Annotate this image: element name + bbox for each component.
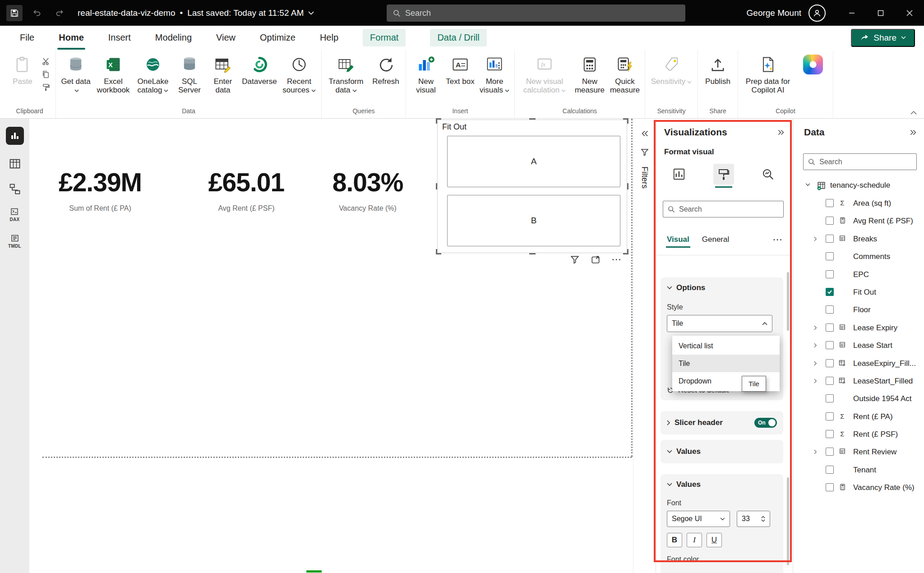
menu-tab-home[interactable]: Home [59,26,84,50]
resize-handle[interactable] [623,118,628,124]
resize-handle[interactable] [436,249,441,254]
sql-server-button[interactable]: SQL Server [173,51,206,95]
field-checkbox[interactable] [826,252,834,260]
new-measure-button[interactable]: New measure [573,51,607,95]
report-canvas[interactable]: £2.39M Sum of Rent (£ PA) £65.01 Avg Ren… [29,119,633,573]
field-checkbox[interactable] [826,448,834,456]
sidebar-item-table-view[interactable] [9,157,21,170]
field-checkbox[interactable] [826,341,834,349]
field-checkbox[interactable] [826,270,834,278]
enter-data-button[interactable]: Enter data [207,51,239,95]
filters-pane-label[interactable]: Filters [640,166,649,189]
style-option-tile[interactable]: Tile [672,355,780,372]
values-card-collapsed[interactable]: Values [661,440,783,463]
expand-filters-icon[interactable] [641,129,649,138]
kpi-card-avg-rent[interactable]: £65.01 Avg Rent (£ PSF) [192,167,300,213]
slicer-header-card[interactable]: Slicer header On [661,411,783,434]
options-card-header[interactable]: Options [667,283,777,292]
document-title[interactable]: real-estate-data-viz-demo • Last saved: … [78,8,314,18]
chevron-right-icon[interactable] [814,379,817,384]
get-data-button[interactable]: Get data [59,51,93,95]
chevron-right-icon[interactable] [814,236,817,241]
menu-tab-file[interactable]: File [20,26,34,50]
field-checkbox[interactable] [826,483,834,491]
build-visual-tab[interactable] [669,164,689,185]
field-row-lease-expiry[interactable]: Lease Expiry [793,319,924,337]
cut-icon[interactable] [42,57,50,65]
copy-icon[interactable] [42,70,50,79]
close-button[interactable] [895,0,924,26]
field-row-floor[interactable]: Floor [793,301,924,319]
fit-out-slicer-visual[interactable]: Fit Out A B [437,120,627,253]
field-row-comments[interactable]: Comments [793,248,924,265]
tab-general[interactable]: General [702,235,729,244]
menu-tab-optimize[interactable]: Optimize [260,26,296,50]
minimize-button[interactable] [837,0,866,26]
transform-data-button[interactable]: Transform data [324,51,368,95]
field-checkbox[interactable] [826,323,834,332]
title-dropdown-chevron-icon[interactable] [308,11,314,15]
field-row-rent-psf[interactable]: Σ Rent (£ PSF) [793,425,924,443]
field-row-rent-review[interactable]: Rent Review [793,443,924,461]
copilot-button[interactable] [796,51,830,74]
slicer-option-b[interactable]: B [447,195,620,246]
field-row-lease-start[interactable]: Lease Start [793,337,924,354]
scrollbar[interactable] [787,272,789,331]
values-card-header[interactable]: Values [667,480,777,489]
data-search-input[interactable]: Search [803,153,917,170]
sidebar-item-report-view[interactable] [6,127,24,145]
share-button[interactable]: Share [851,29,915,47]
field-row-rent-pa[interactable]: Σ Rent (£ PA) [793,408,924,425]
menu-tab-insert[interactable]: Insert [108,26,131,50]
format-painter-icon[interactable] [42,83,50,92]
style-option-vertical-list[interactable]: Vertical list [672,337,780,355]
more-visuals-button[interactable]: More visuals [477,51,512,95]
resize-handle[interactable] [436,118,441,124]
menu-tab-help[interactable]: Help [320,26,338,50]
field-row-epc[interactable]: EPC [793,266,924,283]
prep-data-copilot-button[interactable]: Prep data for Copilot AI [741,51,795,95]
format-search-input[interactable]: Search [663,201,784,217]
publish-button[interactable]: Publish [701,51,735,86]
field-checkbox[interactable] [826,199,834,207]
tab-visual[interactable]: Visual [667,235,689,244]
save-button[interactable] [6,5,23,21]
menu-tab-modeling[interactable]: Modeling [155,26,192,50]
tab-more-options-icon[interactable]: ⋯ [772,236,783,243]
chevron-right-icon[interactable] [814,325,817,330]
chevron-right-icon[interactable] [814,343,817,348]
kpi-card-vacancy-rate[interactable]: 8.03% Vacancy Rate (%) [314,167,422,213]
field-checkbox[interactable] [826,217,834,225]
dataverse-button[interactable]: Dataverse [240,51,279,86]
field-checkbox[interactable] [826,359,834,367]
undo-button[interactable] [29,5,45,21]
field-row-tenant[interactable]: Tenant [793,461,924,479]
underline-button[interactable]: U [707,533,722,547]
sidebar-item-tmdl-view[interactable]: TMDL [8,235,21,249]
user-avatar[interactable] [808,5,826,22]
onelake-catalog-button[interactable]: OneLake catalog [134,51,172,95]
menu-tab-format[interactable]: Format [363,29,406,46]
paste-button[interactable]: Paste [6,51,39,86]
resize-handle[interactable] [436,183,437,189]
filter-icon[interactable] [570,254,580,264]
focus-mode-icon[interactable] [591,254,601,264]
menu-tab-view[interactable]: View [216,26,236,50]
kpi-card-rent-pa[interactable]: £2.39M Sum of Rent (£ PA) [46,167,154,213]
excel-workbook-button[interactable]: X Excel workbook [94,51,133,95]
sidebar-item-dax-query-view[interactable]: DAX [9,208,19,222]
text-box-button[interactable]: A Text box [444,51,476,86]
collapse-ribbon-button[interactable] [910,111,917,115]
slicer-option-a[interactable]: A [447,136,620,187]
field-checkbox[interactable] [826,430,834,438]
font-size-spinner[interactable] [761,516,765,522]
format-visual-tab[interactable] [713,164,734,185]
field-row-breaks[interactable]: Breaks [793,230,924,248]
table-node-tenancy-schedule[interactable]: tenancy-schedule [793,178,924,194]
sidebar-item-model-view[interactable] [9,183,21,195]
chevron-down-icon[interactable] [805,183,810,186]
style-select[interactable]: Tile [667,315,772,332]
maximize-button[interactable] [866,0,895,26]
bold-button[interactable]: B [667,533,682,547]
field-row-outside-1954-act[interactable]: Outside 1954 Act [793,390,924,407]
